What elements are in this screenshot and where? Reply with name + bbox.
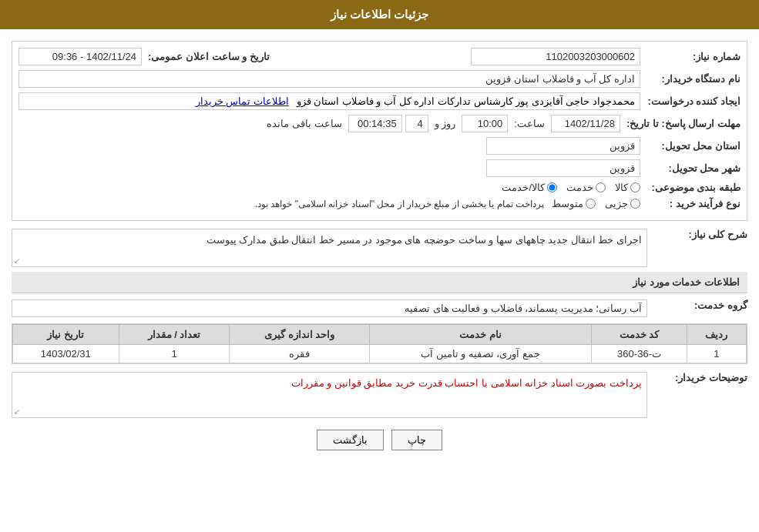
button-row: چاپ بازگشت — [12, 430, 747, 450]
city-row: شهر محل تحویل: قزوین — [18, 159, 741, 177]
province-label: استان محل تحویل: — [640, 140, 741, 152]
send-deadline-label: مهلت ارسال پاسخ: تا تاریخ: — [620, 118, 741, 129]
announce-date-label: تاریخ و ساعت اعلان عمومی: — [142, 51, 270, 62]
category-option-khedmat: خدمت — [566, 182, 606, 193]
need-number-label: شماره نیاز: — [640, 51, 741, 62]
col-row-num: ردیف — [687, 325, 746, 345]
category-row: طبقه بندی موضوعی: کالا خدمت کالا/خدمت — [18, 182, 741, 193]
category-label-kala: کالا — [615, 182, 628, 193]
col-quantity: تعداد / مقدار — [119, 325, 230, 345]
category-radio-khedmat[interactable] — [596, 182, 606, 192]
send-remaining-value: 00:14:35 — [348, 115, 402, 132]
service-info-title: اطلاعات خدمات مورد نیاز — [633, 276, 740, 288]
description-value: اجرای خط انتقال جدید چاههای سها و ساخت ح… — [207, 234, 642, 246]
service-group-value: آب رسانی؛ مدیریت پسماند، فاضلاب و فعالیت… — [12, 299, 647, 317]
cell-quantity: 1 — [119, 345, 230, 363]
category-label: طبقه بندی موضوعی: — [640, 182, 741, 193]
category-label-both: کالا/خدمت — [502, 182, 545, 193]
province-value: قزوین — [486, 137, 640, 155]
buyer-notes-box: پرداخت بصورت اسناد خزانه اسلامی با احتسا… — [12, 372, 647, 418]
description-label: شرح کلی نیاز: — [647, 229, 747, 240]
category-radio-group: کالا خدمت کالا/خدمت — [502, 182, 640, 193]
buyer-org-label: نام دستگاه خریدار: — [640, 73, 741, 85]
description-box: اجرای خط انتقال جدید چاههای سها و ساخت ح… — [12, 229, 647, 267]
category-radio-both[interactable] — [547, 182, 557, 192]
cell-row-num: 1 — [687, 345, 746, 363]
category-option-both: کالا/خدمت — [502, 182, 557, 193]
main-info-section: شماره نیاز: 1102003203000602 تاریخ و ساع… — [12, 41, 747, 221]
description-section: شرح کلی نیاز: اجرای خط انتقال جدید چاهها… — [12, 229, 747, 267]
province-row: استان محل تحویل: قزوین — [18, 137, 741, 155]
send-deadline-row: مهلت ارسال پاسخ: تا تاریخ: 1402/11/28 سا… — [18, 115, 741, 132]
services-table: ردیف کد خدمت نام خدمت واحد اندازه گیری ت… — [12, 324, 747, 363]
col-service-code: کد خدمت — [592, 325, 687, 345]
announce-date-value: 1402/11/24 - 09:36 — [18, 48, 142, 65]
buyer-notes-label: توضیحات خریدار: — [647, 372, 747, 383]
services-table-section: ردیف کد خدمت نام خدمت واحد اندازه گیری ت… — [12, 323, 747, 364]
purchase-type-radio-group: جزیی متوسط — [552, 198, 640, 209]
category-radio-kala[interactable] — [630, 182, 640, 192]
date-group: 1402/11/28 ساعت: 10:00 روز و 4 00:14:35 … — [264, 115, 620, 132]
buyer-org-value: اداره کل آب و فاضلاب استان قزوین — [18, 70, 640, 88]
category-option-kala: کالا — [615, 182, 640, 193]
col-unit: واحد اندازه گیری — [230, 325, 369, 345]
buyer-notes-row: توضیحات خریدار: پرداخت بصورت اسناد خزانه… — [12, 372, 747, 418]
col-service-name: نام خدمت — [369, 325, 591, 345]
city-value: قزوین — [486, 159, 640, 177]
send-time-label: ساعت: — [511, 118, 548, 129]
send-days-value: 4 — [405, 115, 428, 132]
creator-value: محمدجواد حاجی آقایزدی پور کارشناس تدارکا… — [18, 92, 640, 110]
creator-row: ایجاد کننده درخواست: محمدجواد حاجی آقایز… — [18, 92, 741, 110]
send-days-label: روز و — [432, 118, 459, 129]
creator-label: ایجاد کننده درخواست: — [640, 95, 741, 107]
purchase-label-jozi: جزیی — [605, 198, 628, 209]
page-wrapper: جزئیات اطلاعات نیاز شماره نیاز: 11020032… — [0, 0, 759, 532]
send-date-value: 1402/11/28 — [551, 115, 620, 132]
purchase-label-motavasset: متوسط — [552, 198, 583, 209]
resize-corner: ↙ — [14, 256, 20, 265]
cell-need-date: 1403/02/31 — [13, 345, 119, 363]
category-label-khedmat: خدمت — [566, 182, 593, 193]
need-number-value: 1102003203000602 — [471, 48, 640, 65]
send-remaining-label: ساعت باقی مانده — [264, 118, 344, 129]
need-number-row: شماره نیاز: 1102003203000602 تاریخ و ساع… — [18, 48, 741, 65]
cell-service-code: ت-36-360 — [592, 345, 687, 363]
col-date: تاریخ نیاز — [13, 325, 119, 345]
print-button[interactable]: چاپ — [391, 430, 442, 450]
notes-resize-corner: ↙ — [14, 407, 20, 416]
purchase-type-label: نوع فرآیند خرید : — [640, 198, 741, 209]
purchase-type-row: نوع فرآیند خرید : جزیی متوسط پرداخت تمام… — [18, 198, 741, 209]
table-header-row: ردیف کد خدمت نام خدمت واحد اندازه گیری ت… — [13, 325, 747, 345]
cell-unit: فقره — [230, 345, 369, 363]
purchase-motavasset: متوسط — [552, 198, 596, 209]
service-info-header: اطلاعات خدمات مورد نیاز — [12, 272, 747, 293]
content-area: شماره نیاز: 1102003203000602 تاریخ و ساع… — [0, 29, 759, 470]
cell-service-name: جمع آوری، تصفیه و تامین آب — [369, 345, 591, 363]
page-header: جزئیات اطلاعات نیاز — [0, 0, 759, 29]
buyer-org-row: نام دستگاه خریدار: اداره کل آب و فاضلاب … — [18, 70, 741, 88]
buyer-notes-value: پرداخت بصورت اسناد خزانه اسلامی با احتسا… — [291, 377, 642, 389]
creator-link[interactable]: اطلاعات تماس خریدار — [196, 95, 289, 107]
purchase-radio-jozi[interactable] — [630, 199, 640, 209]
back-button[interactable]: بازگشت — [317, 430, 384, 450]
purchase-jozi: جزیی — [605, 198, 640, 209]
service-group-row: گروه خدمت: آب رسانی؛ مدیریت پسماند، فاضل… — [12, 299, 747, 317]
city-label: شهر محل تحویل: — [640, 162, 741, 174]
service-group-label: گروه خدمت: — [647, 299, 747, 311]
creator-text: محمدجواد حاجی آقایزدی پور کارشناس تدارکا… — [297, 95, 635, 107]
purchase-radio-motavasset[interactable] — [586, 199, 596, 209]
send-time-value: 10:00 — [462, 115, 508, 132]
page-title: جزئیات اطلاعات نیاز — [331, 8, 428, 21]
table-row: 1 ت-36-360 جمع آوری، تصفیه و تامین آب فق… — [13, 345, 747, 363]
purchase-note: پرداخت تمام یا بخشی از مبلغ خریدار از مح… — [255, 199, 544, 209]
